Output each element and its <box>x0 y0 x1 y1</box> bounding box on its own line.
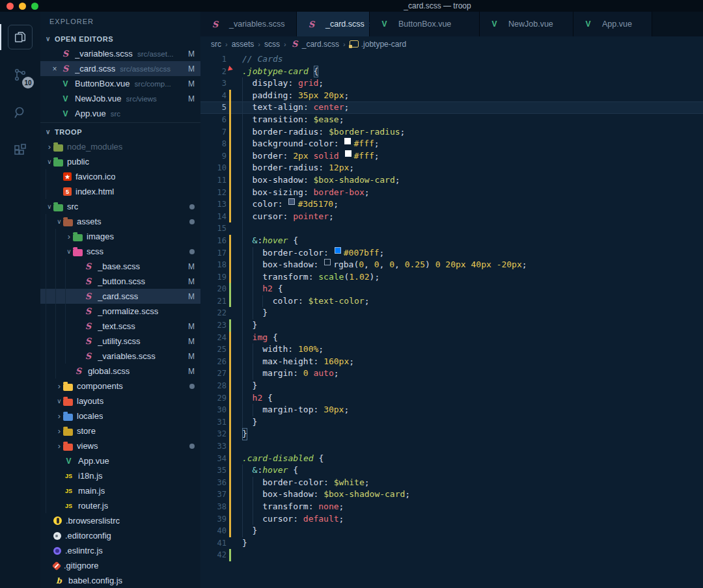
tree-item--eslintrc-js[interactable]: .eslintrc.js <box>40 543 200 558</box>
code-line[interactable]: 20h2 { <box>200 283 703 295</box>
chevron-right-icon[interactable]: › <box>55 411 63 421</box>
tree-item-components[interactable]: ›components <box>40 379 200 394</box>
code-line[interactable]: 29h2 { <box>200 392 703 405</box>
chevron-down-icon[interactable]: ∨ <box>46 158 53 165</box>
line-number[interactable]: 3 <box>200 77 227 90</box>
open-editor-item[interactable]: ×S_card.scsssrc/assets/scssM <box>40 61 200 76</box>
line-number[interactable]: 7 <box>200 126 227 139</box>
line-number[interactable]: 17 <box>200 247 227 260</box>
tree-item-node-modules[interactable]: ›node_modules <box>40 139 200 154</box>
open-editor-item[interactable]: VButtonBox.vuesrc/comp...M <box>40 76 200 91</box>
code-editor[interactable]: 1// Cards2.jobtype-card {3display: grid;… <box>200 51 703 588</box>
line-number[interactable]: 36 <box>200 477 227 489</box>
breadcrumb-item[interactable]: .jobtype-card <box>350 40 406 49</box>
code-line[interactable]: 19transform: scale(1.02); <box>200 271 703 284</box>
close-window-button[interactable] <box>7 3 14 10</box>
chevron-down-icon[interactable]: ∨ <box>55 218 63 225</box>
line-number[interactable]: 15 <box>200 222 227 235</box>
code-line[interactable]: 25width: 100%; <box>200 343 703 356</box>
tree-item-global-scss[interactable]: Sglobal.scssM <box>40 364 200 379</box>
chevron-right-icon[interactable]: › <box>65 232 73 241</box>
chevron-right-icon[interactable]: › <box>55 381 63 391</box>
line-number[interactable]: 26 <box>200 356 227 368</box>
line-number[interactable]: 28 <box>200 380 227 392</box>
chevron-down-icon[interactable]: ∨ <box>55 397 63 405</box>
code-line[interactable]: 39cursor: default; <box>200 513 703 526</box>
code-line[interactable]: 22} <box>200 307 703 319</box>
line-number[interactable]: 1 <box>200 53 227 66</box>
tree-item--browserslistrc[interactable]: .browserslistrc <box>40 513 200 528</box>
code-line[interactable]: 31} <box>200 416 703 429</box>
breadcrumb-item[interactable]: assets <box>232 40 255 49</box>
line-number[interactable]: 8 <box>200 138 227 150</box>
tree-item--base-scss[interactable]: S_base.scssM <box>40 259 200 274</box>
line-number[interactable]: 41 <box>200 537 227 550</box>
line-number[interactable]: 14 <box>200 211 227 223</box>
tab-buttonbox-vue[interactable]: VButtonBox.vue <box>370 12 480 36</box>
code-line[interactable]: 14cursor: pointer; <box>200 211 703 223</box>
tree-item-locales[interactable]: ›locales <box>40 408 200 423</box>
line-number[interactable]: 35 <box>200 464 227 477</box>
tree-item-views[interactable]: ›views <box>40 438 200 453</box>
line-number[interactable]: 31 <box>200 416 227 429</box>
tab--card-scss[interactable]: S_card.scss× <box>297 12 370 36</box>
tree-item-images[interactable]: ›images <box>40 229 200 244</box>
code-line[interactable]: 16&:hover { <box>200 235 703 247</box>
explorer-activity-item[interactable] <box>0 18 40 56</box>
code-line[interactable]: 8background-color: #fff; <box>200 138 703 150</box>
tree-item-layouts[interactable]: ∨layouts <box>40 394 200 408</box>
code-line[interactable]: 13color: #3d5170; <box>200 198 703 211</box>
extensions-activity-item[interactable] <box>0 131 40 169</box>
zoom-window-button[interactable] <box>31 3 38 10</box>
tab-newjob-vue[interactable]: VNewJob.vue <box>480 12 573 36</box>
code-line[interactable]: 28} <box>200 380 703 392</box>
tree-item-public[interactable]: ∨public <box>40 154 200 169</box>
line-number[interactable]: 32 <box>200 428 227 440</box>
tree-item--editorconfig[interactable]: .editorconfig <box>40 528 200 543</box>
line-number[interactable]: 38 <box>200 501 227 513</box>
line-number[interactable]: 30 <box>200 404 227 416</box>
line-number[interactable]: 2 <box>200 66 227 78</box>
code-line[interactable]: 42 <box>200 549 703 561</box>
code-line[interactable]: 24img { <box>200 332 703 344</box>
line-number[interactable]: 40 <box>200 525 227 537</box>
open-editors-section-header[interactable]: ∨ OPEN EDITORS <box>40 31 200 46</box>
code-line[interactable]: 41} <box>200 537 703 550</box>
code-line[interactable]: 9border: 2px solid #fff; <box>200 150 703 163</box>
chevron-down-icon[interactable]: ∨ <box>65 248 73 255</box>
code-line[interactable]: 32} <box>200 428 703 440</box>
line-number[interactable]: 20 <box>200 283 227 295</box>
tree-item-assets[interactable]: ∨assets <box>40 214 200 229</box>
line-number[interactable]: 21 <box>200 295 227 308</box>
chevron-right-icon[interactable]: › <box>46 142 53 152</box>
line-number[interactable]: 33 <box>200 440 227 453</box>
line-number[interactable]: 13 <box>200 198 227 211</box>
line-number[interactable]: 27 <box>200 368 227 380</box>
search-activity-item[interactable] <box>0 94 40 131</box>
line-number[interactable]: 25 <box>200 343 227 356</box>
tree-item--normalize-scss[interactable]: S_normalize.scss <box>40 304 200 319</box>
code-line[interactable]: 38transform: none; <box>200 501 703 513</box>
source-control-activity-item[interactable]: 10 <box>0 56 40 94</box>
code-line[interactable]: 23} <box>200 319 703 332</box>
line-number[interactable]: 16 <box>200 235 227 247</box>
code-line[interactable]: 12box-sizing: border-box; <box>200 187 703 199</box>
tree-item--gitignore[interactable]: .gitignore <box>40 558 200 573</box>
line-number[interactable]: 19 <box>200 271 227 284</box>
tab--variables-scss[interactable]: S_variables.scss <box>200 12 297 36</box>
line-number[interactable]: 37 <box>200 488 227 501</box>
breadcrumb-item[interactable]: S_card.scss <box>290 39 339 49</box>
line-number[interactable]: 5 <box>200 101 227 114</box>
line-number[interactable]: 42 <box>200 549 227 561</box>
line-number[interactable]: 18 <box>200 259 227 271</box>
tree-item-babel-config-js[interactable]: bbabel.config.js <box>40 573 200 588</box>
tree-item--text-scss[interactable]: S_text.scssM <box>40 319 200 334</box>
tree-item-i18n-js[interactable]: JSi18n.js <box>40 468 200 483</box>
tree-item--variables-scss[interactable]: S_variables.scssM <box>40 349 200 364</box>
line-number[interactable]: 22 <box>200 307 227 319</box>
tree-item-scss[interactable]: ∨scss <box>40 244 200 259</box>
code-line[interactable]: 33 <box>200 440 703 453</box>
code-line[interactable]: 4padding: 35px 20px; <box>200 90 703 102</box>
line-number[interactable]: 11 <box>200 174 227 187</box>
code-line[interactable]: 26max-height: 160px; <box>200 356 703 368</box>
